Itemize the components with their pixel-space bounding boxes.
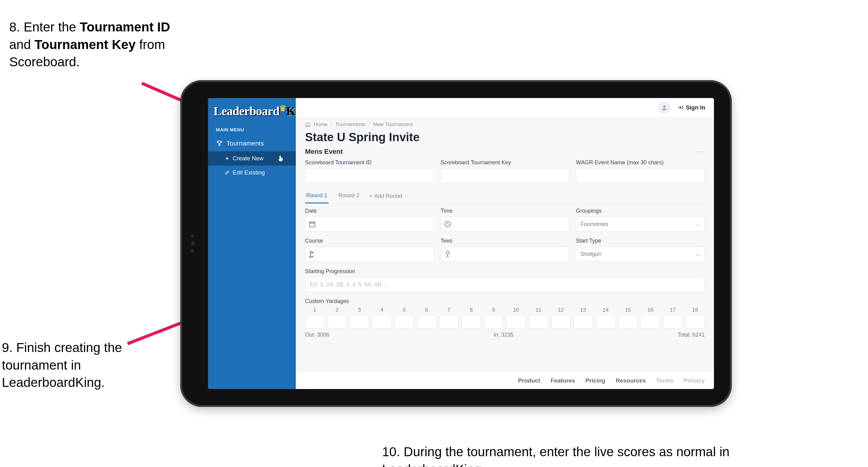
svg-point-2 <box>663 105 665 107</box>
sidebar-subitem-label: Create New <box>232 155 264 162</box>
add-round-button[interactable]: + Add Round <box>369 193 402 199</box>
home-icon[interactable] <box>305 122 311 127</box>
trophy-icon <box>216 140 223 147</box>
footer-link-pricing[interactable]: Pricing <box>585 377 605 384</box>
input-course[interactable] <box>305 246 434 261</box>
in-total: In: 3235 <box>493 332 513 338</box>
yardage-input[interactable] <box>417 315 436 329</box>
clock-icon <box>444 220 452 228</box>
yardage-input[interactable] <box>551 315 571 329</box>
yardage-input[interactable] <box>663 315 683 329</box>
input-starting-progression[interactable] <box>305 277 705 292</box>
yardage-cell: 9 <box>484 307 503 329</box>
yardage-input[interactable] <box>574 315 593 329</box>
hole-number: 17 <box>663 307 683 313</box>
hole-number: 7 <box>439 307 459 313</box>
more-menu-icon[interactable]: ⋯ <box>697 148 705 156</box>
breadcrumb-tournaments[interactable]: Tournaments <box>335 121 366 127</box>
tee-icon <box>444 250 452 258</box>
footer-link-features[interactable]: Features <box>551 377 575 384</box>
footer-link-terms[interactable]: Terms <box>656 377 674 384</box>
label-groupings: Groupings <box>576 208 705 214</box>
yardage-input[interactable] <box>372 315 392 329</box>
topbar: Sign In <box>296 98 714 117</box>
sidebar-item-label: Tournaments <box>226 140 264 147</box>
yardage-input[interactable] <box>439 315 459 329</box>
hole-number: 14 <box>596 307 615 313</box>
content-area: Home / Tournaments / New Tournament Stat… <box>296 117 714 372</box>
yardage-input[interactable] <box>641 315 660 329</box>
rounds-tabs: Round 1 Round 2 + Add Round <box>305 189 705 203</box>
breadcrumb-separator: / <box>331 121 332 127</box>
yardage-input[interactable] <box>462 315 481 329</box>
footer-link-product[interactable]: Product <box>518 377 540 384</box>
yardage-input[interactable] <box>596 315 615 329</box>
yardage-row: 123456789101112131415161718 <box>305 307 705 329</box>
hole-number: 13 <box>574 307 593 313</box>
yardage-input[interactable] <box>350 315 369 329</box>
yardage-input[interactable] <box>618 315 638 329</box>
avatar[interactable] <box>658 101 671 114</box>
sidebar-subitem-create-new[interactable]: Create New <box>208 151 296 166</box>
breadcrumb-home[interactable]: Home <box>314 121 328 127</box>
edit-icon <box>225 170 229 175</box>
select-start-type[interactable]: Shotgun ⌄ <box>576 246 705 261</box>
yardage-cell: 10 <box>506 307 526 329</box>
yardage-cell: 8 <box>462 307 481 329</box>
hole-number: 10 <box>506 307 526 313</box>
instruction-step-9: 9. Finish creating the tournament in Lea… <box>2 339 141 391</box>
label-wagr: WAGR Event Name (max 30 chars) <box>576 159 705 166</box>
input-sb-key[interactable] <box>441 168 569 183</box>
sidebar-subitem-edit-existing[interactable]: Edit Existing <box>208 166 296 180</box>
hole-number: 4 <box>372 307 392 313</box>
app-screen: Leaderboard♛King MAIN MENU Tournaments C… <box>208 98 714 389</box>
label-sb-key: Scoreboard Tournament Key <box>441 159 569 166</box>
input-date[interactable] <box>305 217 434 232</box>
yardage-input[interactable] <box>305 315 324 329</box>
yardage-cell: 5 <box>394 307 414 329</box>
input-wagr[interactable] <box>576 168 705 183</box>
footer-link-resources[interactable]: Resources <box>616 377 646 384</box>
breadcrumb-separator: / <box>369 121 370 127</box>
tab-round-1[interactable]: Round 1 <box>305 189 329 203</box>
user-icon <box>661 104 668 111</box>
out-total: Out: 3006 <box>305 332 330 338</box>
label-sb-id: Scoreboard Tournament ID <box>305 159 434 166</box>
hole-number: 12 <box>551 307 571 313</box>
calendar-icon <box>308 220 316 228</box>
yardage-input[interactable] <box>685 315 705 329</box>
grand-total: Total: 6241 <box>678 332 705 338</box>
input-sb-id[interactable] <box>305 168 434 183</box>
input-time[interactable] <box>441 217 569 232</box>
yardage-input[interactable] <box>529 315 548 329</box>
yardage-cell: 4 <box>372 307 392 329</box>
yardage-totals: Out: 3006 In: 3235 Total: 6241 <box>305 332 705 338</box>
select-groupings[interactable]: Foursomes ⌄ <box>576 217 705 232</box>
hole-number: 15 <box>618 307 638 313</box>
app-logo: Leaderboard♛King <box>208 104 296 121</box>
yardage-cell: 3 <box>350 307 369 329</box>
chevron-down-icon: ⌄ <box>695 251 700 257</box>
yardage-input[interactable] <box>506 315 526 329</box>
signin-button[interactable]: Sign In <box>677 104 705 111</box>
sidebar-subitem-label: Edit Existing <box>232 169 265 176</box>
select-value: Foursomes <box>581 221 608 228</box>
yardage-cell: 17 <box>663 307 683 329</box>
breadcrumb-new: New Tournament <box>373 121 412 127</box>
yardage-cell: 14 <box>596 307 615 329</box>
sidebar-item-tournaments[interactable]: Tournaments <box>208 135 296 151</box>
hole-number: 1 <box>305 307 324 313</box>
signin-arrow-icon <box>677 105 683 111</box>
main-panel: Sign In Home / Tournaments / New Tournam… <box>296 98 714 389</box>
yardage-cell: 11 <box>529 307 548 329</box>
chevron-down-icon: ⌄ <box>695 221 700 228</box>
yardage-input[interactable] <box>394 315 414 329</box>
tab-round-2[interactable]: Round 2 <box>337 189 361 203</box>
yardage-input[interactable] <box>328 315 347 329</box>
footer-link-privacy[interactable]: Privacy <box>684 377 705 384</box>
hole-number: 8 <box>462 307 481 313</box>
input-tees[interactable] <box>441 246 569 261</box>
yardage-input[interactable] <box>484 315 503 329</box>
yardage-cell: 15 <box>618 307 638 329</box>
starting-progression-block: Starting Progression <box>305 268 705 292</box>
